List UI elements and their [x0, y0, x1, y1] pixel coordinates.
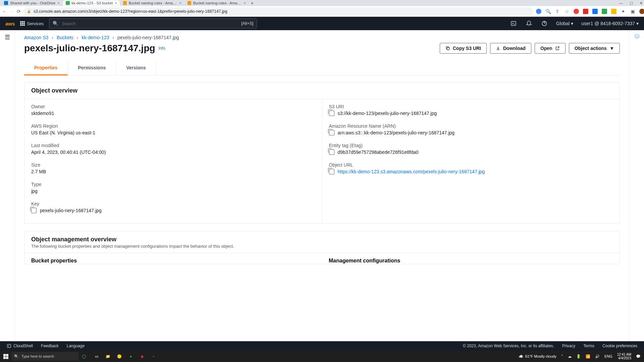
cloudshell-icon[interactable]	[510, 20, 517, 27]
extension-icon[interactable]	[583, 9, 588, 14]
tab-bar: Properties Permissions Versions	[24, 61, 620, 75]
aws-logo[interactable]: aws	[5, 21, 15, 26]
wifi-icon[interactable]: 📶	[586, 354, 590, 359]
language-link[interactable]: Language	[67, 344, 85, 348]
address-bar[interactable]: 🔒 s3.console.aws.amazon.com/s3/object/kk…	[23, 7, 533, 15]
weather-widget[interactable]: ☁️61°F Mostly cloudy	[519, 354, 556, 359]
browser-tab[interactable]: Shared with you - OneDrive×	[1, 0, 62, 6]
close-icon[interactable]: ×	[115, 1, 117, 5]
search-icon[interactable]: 🔍	[545, 9, 551, 14]
cookie-link[interactable]: Cookie preferences	[602, 344, 637, 348]
new-tab-button[interactable]: +	[249, 0, 255, 6]
copy-icon	[445, 46, 450, 51]
explorer-icon[interactable]: 📁	[103, 351, 113, 362]
tab-properties[interactable]: Properties	[24, 61, 68, 75]
taskbar-clock[interactable]: 12:41 AM4/4/2023	[617, 353, 631, 360]
aws-footer: CloudShell Feedback Language © 2023, Ama…	[0, 341, 644, 351]
tray-chevron-icon[interactable]: ˄	[561, 354, 563, 359]
task-view-icon[interactable]: ▭	[91, 351, 102, 362]
browser-tabstrip: Shared with you - OneDrive× kk-demo-123 …	[0, 0, 644, 6]
onedrive-icon[interactable]: ☁	[568, 354, 572, 359]
tab-versions[interactable]: Versions	[116, 61, 156, 75]
notification-center-icon[interactable]: 💬	[636, 354, 641, 359]
notifications-icon[interactable]	[525, 20, 533, 27]
cloudshell-button[interactable]: CloudShell	[7, 344, 33, 348]
info-icon[interactable]: ⓘ	[635, 34, 639, 351]
lock-icon: 🔒	[27, 9, 31, 13]
extension-icon[interactable]	[536, 9, 541, 14]
copy-icon[interactable]	[329, 130, 334, 135]
cortana-icon[interactable]: ◯	[78, 351, 89, 362]
aws-top-nav: aws Services 🔍 [Alt+S] Global▾ user1 @ 8…	[0, 17, 644, 30]
services-menu[interactable]: Services	[20, 21, 44, 26]
field-value: sktdemo91	[31, 111, 315, 116]
back-icon[interactable]: ←	[2, 9, 7, 14]
open-button[interactable]: Open	[535, 43, 566, 54]
feedback-link[interactable]: Feedback	[41, 344, 59, 348]
panel-heading: Object management overview	[24, 231, 620, 244]
breadcrumb-bucket[interactable]: kk-demo-123	[82, 35, 109, 40]
search-input[interactable]	[62, 21, 238, 26]
terms-link[interactable]: Terms	[583, 344, 594, 348]
language-indicator[interactable]: ENG	[604, 354, 612, 358]
help-icon[interactable]	[541, 20, 548, 27]
reload-icon[interactable]: ⟳	[17, 9, 21, 14]
copy-icon[interactable]	[329, 111, 334, 116]
object-url-link[interactable]: https://kk-demo-123.s3.amazonaws.com/pex…	[338, 169, 485, 174]
breadcrumb-root[interactable]: Amazon S3	[24, 35, 48, 40]
info-link[interactable]: Info	[159, 46, 165, 51]
field-label: S3 URI	[329, 104, 613, 109]
copy-s3-uri-button[interactable]: Copy S3 URI	[440, 43, 487, 54]
profile-avatar[interactable]	[639, 9, 644, 14]
minimize-icon[interactable]: —	[619, 1, 623, 5]
battery-icon[interactable]: 🔋	[576, 354, 581, 359]
taskbar-search[interactable]: 🔍Type here to search	[11, 352, 78, 361]
chrome-icon[interactable]: 🟡	[114, 351, 125, 362]
field-value: arn:aws:s3:::kk-demo-123/pexels-julio-ne…	[338, 130, 455, 135]
field-value: US East (N. Virginia) us-east-1	[31, 130, 315, 135]
close-icon[interactable]: ×	[57, 1, 59, 5]
close-icon[interactable]: ×	[179, 1, 181, 5]
windows-taskbar: 🔍Type here to search ◯ ▭ 📁 🟡 ● ◉ ▪ ☁️61°…	[0, 351, 644, 362]
extension-icon[interactable]	[611, 9, 616, 14]
extension-icon[interactable]	[592, 9, 598, 14]
spotify-icon[interactable]: ●	[125, 351, 136, 362]
account-selector[interactable]: user1 @ 8418-6092-7337▾	[581, 21, 639, 26]
star-icon[interactable]: ☆	[564, 9, 570, 14]
browser-tab[interactable]: Bucket naming rules - Amazon S×	[120, 0, 184, 6]
browser-toolbar: ← → ⟳ 🔒 s3.console.aws.amazon.com/s3/obj…	[0, 6, 644, 17]
close-icon[interactable]: ×	[244, 1, 246, 5]
close-window-icon[interactable]: ✕	[640, 1, 643, 5]
chevron-right-icon: ›	[77, 35, 78, 40]
privacy-link[interactable]: Privacy	[562, 344, 575, 348]
field-label: Size	[31, 162, 315, 168]
start-button[interactable]	[0, 351, 11, 362]
forward-icon[interactable]: →	[9, 9, 14, 14]
aws-search[interactable]: 🔍 [Alt+S]	[49, 18, 257, 28]
breadcrumb: Amazon S3 › Buckets › kk-demo-123 › pexe…	[24, 35, 620, 40]
copy-icon[interactable]	[31, 208, 37, 213]
hamburger-icon[interactable]: ☰	[5, 34, 10, 351]
chevron-down-icon: ▼	[609, 46, 614, 51]
app-icon[interactable]: ◉	[137, 351, 148, 362]
share-icon[interactable]: ⇪	[555, 9, 560, 14]
region-selector[interactable]: Global▾	[556, 21, 573, 26]
extension-icon[interactable]	[602, 9, 607, 14]
object-actions-button[interactable]: Object actions▼	[569, 43, 620, 54]
maximize-icon[interactable]: ▢	[630, 1, 633, 5]
download-button[interactable]: Download	[490, 43, 531, 54]
copy-icon[interactable]	[329, 149, 334, 155]
extensions-icon[interactable]: ✦	[621, 9, 626, 14]
browser-tab-active[interactable]: kk-demo-123 - S3 bucket×	[63, 0, 120, 6]
chevron-down-icon: ▾	[636, 21, 639, 26]
extension-icon[interactable]	[574, 9, 579, 14]
search-hint: [Alt+S]	[241, 21, 254, 26]
side-panel-icon[interactable]: ▣	[630, 9, 635, 14]
field-label: Last modified	[31, 143, 315, 148]
volume-icon[interactable]: 🔊	[595, 354, 600, 359]
browser-tab[interactable]: Bucket naming rules - Amazon S×	[185, 0, 249, 6]
breadcrumb-buckets[interactable]: Buckets	[57, 35, 73, 40]
powerpoint-icon[interactable]: ▪	[148, 351, 159, 362]
tab-permissions[interactable]: Permissions	[68, 61, 116, 75]
copy-icon[interactable]	[329, 169, 334, 174]
